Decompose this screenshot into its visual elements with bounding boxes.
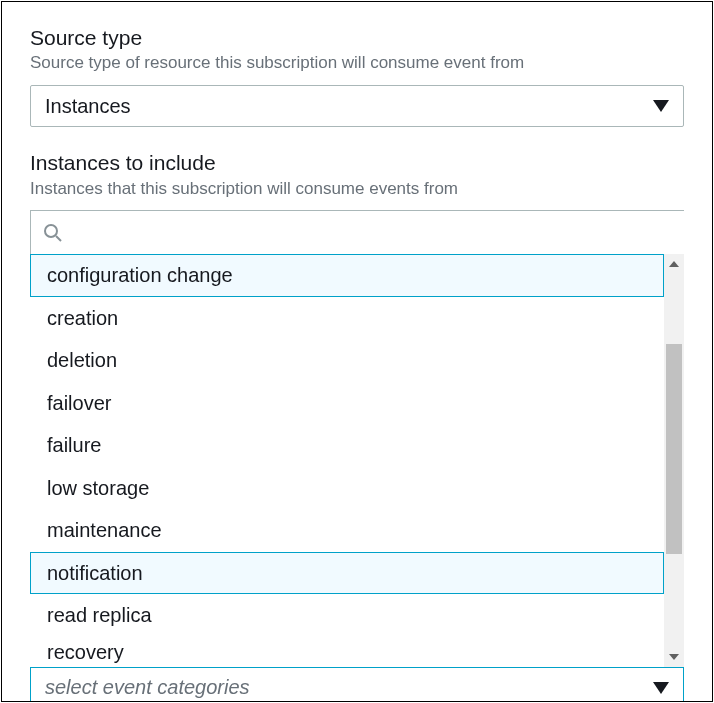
search-icon — [43, 223, 63, 243]
svg-marker-3 — [669, 261, 679, 267]
option-deletion[interactable]: deletion — [30, 339, 664, 382]
scroll-track[interactable] — [664, 274, 684, 647]
source-type-select[interactable]: Instances — [30, 85, 684, 127]
source-type-description: Source type of resource this subscriptio… — [30, 52, 684, 75]
instances-include-description: Instances that this subscription will co… — [30, 178, 684, 201]
search-input[interactable] — [71, 222, 672, 243]
option-failure[interactable]: failure — [30, 424, 664, 467]
event-categories-placeholder: select event categories — [45, 676, 653, 699]
option-low-storage[interactable]: low storage — [30, 467, 664, 510]
option-configuration-change[interactable]: configuration change — [30, 254, 664, 297]
scroll-thumb[interactable] — [666, 344, 682, 554]
event-categories-select[interactable]: select event categories — [30, 667, 684, 702]
svg-marker-5 — [653, 682, 669, 694]
option-notification[interactable]: notification — [30, 552, 664, 595]
option-failover[interactable]: failover — [30, 382, 664, 425]
option-recovery[interactable]: recovery — [30, 637, 664, 667]
options-list: configuration change creation deletion f… — [30, 254, 664, 667]
source-type-value: Instances — [45, 95, 653, 118]
search-row[interactable] — [30, 210, 684, 254]
scrollbar[interactable] — [664, 254, 684, 667]
option-read-replica[interactable]: read replica — [30, 594, 664, 637]
caret-down-icon — [653, 100, 669, 112]
scroll-down-icon[interactable] — [664, 647, 684, 667]
option-creation[interactable]: creation — [30, 297, 664, 340]
svg-marker-0 — [653, 100, 669, 112]
instances-include-section: Instances to include Instances that this… — [30, 149, 684, 702]
source-type-label: Source type — [30, 24, 684, 51]
instances-include-label: Instances to include — [30, 149, 684, 176]
option-maintenance[interactable]: maintenance — [30, 509, 664, 552]
svg-point-1 — [45, 225, 57, 237]
source-type-section: Source type Source type of resource this… — [30, 24, 684, 127]
subscription-form-panel: Source type Source type of resource this… — [1, 1, 713, 702]
caret-down-icon — [653, 682, 669, 694]
options-dropdown: configuration change creation deletion f… — [30, 254, 684, 667]
svg-line-2 — [56, 236, 61, 241]
scroll-up-icon[interactable] — [664, 254, 684, 274]
svg-marker-4 — [669, 654, 679, 660]
